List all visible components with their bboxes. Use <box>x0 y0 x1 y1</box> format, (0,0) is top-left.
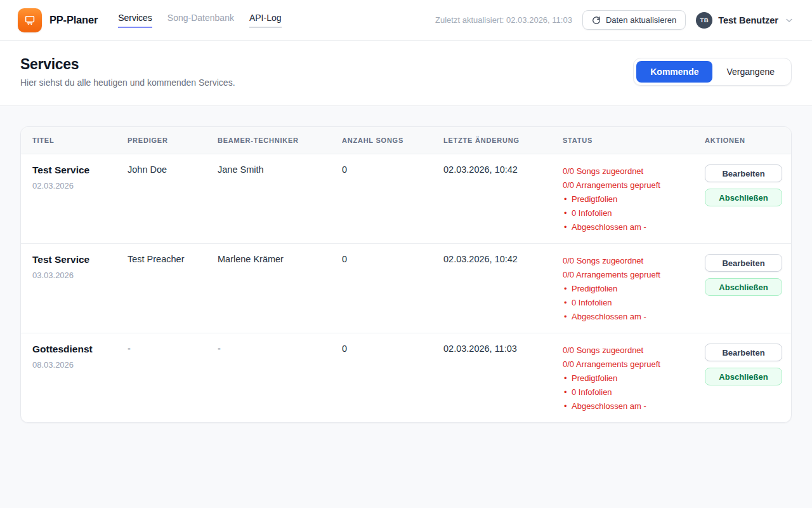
status-line: 0/0 Songs zugeordnet <box>563 344 696 358</box>
status-cell: 0/0 Songs zugeordnet 0/0 Arrangements ge… <box>563 254 705 324</box>
table-row: Test Service 02.03.2026 John Doe Jane Sm… <box>21 154 791 244</box>
status-line: Abgeschlossen am - <box>563 220 696 234</box>
column-header-aktionen: AKTIONEN <box>705 137 791 144</box>
column-header-prediger: PREDIGER <box>128 137 218 144</box>
service-title: Test Service <box>32 164 119 176</box>
top-header: PP-Planer Services Song-Datenbank API-Lo… <box>0 0 812 41</box>
column-header-letzte-aenderung: LETZTE ÄNDERUNG <box>443 137 563 144</box>
page-body: TITEL PREDIGER BEAMER-TECHNIKER ANZAHL S… <box>0 106 812 508</box>
edit-button[interactable]: Bearbeiten <box>705 254 782 272</box>
service-date: 08.03.2026 <box>32 360 119 370</box>
complete-button[interactable]: Abschließen <box>705 278 782 296</box>
status-line: 0 Infofolien <box>563 206 696 220</box>
status-line: Predigtfolien <box>563 282 696 296</box>
row-actions: Bearbeiten Abschließen <box>705 254 782 296</box>
beamer-techniker-value: - <box>218 344 342 413</box>
table-row: Test Service 03.03.2026 Test Preacher Ma… <box>21 244 791 333</box>
anzahl-songs-value: 0 <box>342 164 443 234</box>
status-line: Abgeschlossen am - <box>563 310 696 324</box>
page-header: Services Hier siehst du alle heutigen un… <box>0 41 812 106</box>
complete-button[interactable]: Abschließen <box>705 189 782 206</box>
anzahl-songs-value: 0 <box>342 254 443 324</box>
service-date: 03.03.2026 <box>32 271 119 280</box>
status-cell: 0/0 Songs zugeordnet 0/0 Arrangements ge… <box>563 344 705 413</box>
avatar: TB <box>696 12 712 29</box>
status-line: 0/0 Arrangements geprueft <box>563 268 696 282</box>
status-line: Predigtfolien <box>563 371 696 385</box>
table-header-row: TITEL PREDIGER BEAMER-TECHNIKER ANZAHL S… <box>21 127 791 154</box>
prediger-value: Test Preacher <box>128 254 218 324</box>
filter-vergangene-button[interactable]: Vergangene <box>712 61 789 83</box>
page-title: Services <box>20 56 235 73</box>
user-menu[interactable]: TB Test Benutzer <box>696 12 794 29</box>
service-filter-toggle: Kommende Vergangene <box>633 58 792 86</box>
app-logo <box>18 8 42 32</box>
service-title: Gottesdienst <box>32 344 119 355</box>
status-line: 0/0 Arrangements geprueft <box>563 178 696 192</box>
status-line: Predigtfolien <box>563 192 696 206</box>
service-title: Test Service <box>32 254 119 265</box>
status-line: 0 Infofolien <box>563 385 696 399</box>
refresh-data-button[interactable]: Daten aktualisieren <box>582 10 686 30</box>
status-cell: 0/0 Songs zugeordnet 0/0 Arrangements ge… <box>563 164 705 234</box>
status-line: 0/0 Songs zugeordnet <box>563 164 696 178</box>
column-header-anzahl-songs: ANZAHL SONGS <box>342 137 443 144</box>
nav-item-api-log[interactable]: API-Log <box>249 13 282 28</box>
refresh-icon <box>592 16 601 25</box>
user-name: Test Benutzer <box>718 15 778 25</box>
beamer-techniker-value: Marlene Krämer <box>218 254 342 324</box>
column-header-beamer-techniker: BEAMER-TECHNIKER <box>218 137 342 144</box>
row-actions: Bearbeiten Abschließen <box>705 344 782 385</box>
last-updated-text: Zuletzt aktualisiert: 02.03.2026, 11:03 <box>435 15 572 25</box>
column-header-status: STATUS <box>563 137 705 144</box>
prediger-value: John Doe <box>128 164 218 234</box>
letzte-aenderung-value: 02.03.2026, 10:42 <box>443 254 563 324</box>
edit-button[interactable]: Bearbeiten <box>705 164 782 182</box>
prediger-value: - <box>128 344 218 413</box>
chevron-down-icon <box>784 15 794 25</box>
anzahl-songs-value: 0 <box>342 344 443 413</box>
nav-item-song-datenbank[interactable]: Song-Datenbank <box>167 13 234 28</box>
service-date: 02.03.2026 <box>32 181 119 190</box>
edit-button[interactable]: Bearbeiten <box>705 344 782 361</box>
letzte-aenderung-value: 02.03.2026, 10:42 <box>443 164 563 234</box>
status-line: Abgeschlossen am - <box>563 399 696 413</box>
presentation-screen-icon <box>23 13 37 27</box>
row-actions: Bearbeiten Abschließen <box>705 164 782 206</box>
services-table-card: TITEL PREDIGER BEAMER-TECHNIKER ANZAHL S… <box>20 126 792 423</box>
letzte-aenderung-value: 02.03.2026, 11:03 <box>443 344 563 413</box>
page-subtitle: Hier siehst du alle heutigen und kommend… <box>20 77 235 88</box>
status-line: 0 Infofolien <box>563 296 696 310</box>
filter-kommende-button[interactable]: Kommende <box>636 61 712 83</box>
refresh-button-label: Daten aktualisieren <box>606 15 676 25</box>
status-line: 0/0 Arrangements geprueft <box>563 358 696 371</box>
status-line: 0/0 Songs zugeordnet <box>563 254 696 268</box>
table-row: Gottesdienst 08.03.2026 - - 0 02.03.2026… <box>21 333 791 422</box>
complete-button[interactable]: Abschließen <box>705 368 782 385</box>
nav-item-services[interactable]: Services <box>118 13 152 28</box>
main-nav: Services Song-Datenbank API-Log <box>118 13 281 28</box>
column-header-titel: TITEL <box>21 137 128 144</box>
beamer-techniker-value: Jane Smith <box>218 164 342 234</box>
brand-name: PP-Planer <box>49 14 98 26</box>
